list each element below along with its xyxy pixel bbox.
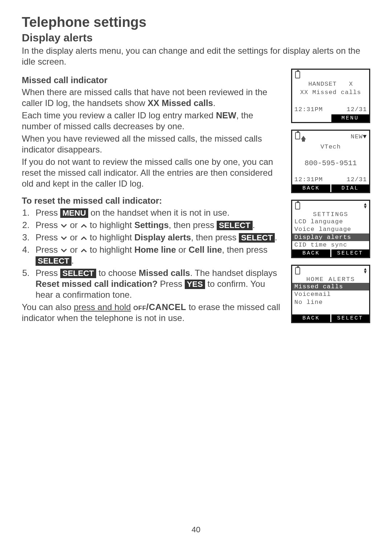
step-1: Press MENU on the handset when it is not… xyxy=(32,207,284,218)
battery-icon xyxy=(295,267,300,274)
step-2: Press or to highlight Settings, then pre… xyxy=(32,220,284,231)
menu-item: Voice language xyxy=(292,225,369,233)
section-title: Display alerts xyxy=(22,32,370,44)
softkey-right: SELECT xyxy=(330,314,369,322)
chevron-down-icon xyxy=(60,248,68,253)
menu-item-highlighted: Display alerts xyxy=(292,233,369,241)
select-badge: SELECT xyxy=(239,233,275,243)
home-icon xyxy=(301,136,306,139)
softkey-left: BACK xyxy=(292,314,330,322)
up-down-icon: ▲▼ xyxy=(364,268,367,274)
chevron-up-icon xyxy=(80,248,87,253)
select-badge: SELECT xyxy=(36,256,72,266)
step-3: Press or to highlight Display alerts, th… xyxy=(32,232,284,243)
chevron-up-icon xyxy=(80,236,87,241)
lcd-screen-settings: ▲▼ SETTINGS LCD language Voice language … xyxy=(291,200,370,258)
lcd-screen-idle: HANDSET X XX Missed calls 12:31PM12/31 .… xyxy=(291,69,370,123)
subsection-missed-call: Missed call indicator xyxy=(22,75,284,85)
note: You can also press and hold off/CANCEL t… xyxy=(22,302,284,324)
menu-item xyxy=(292,306,369,314)
menu-item: LCD language xyxy=(292,218,369,225)
chevron-up-icon xyxy=(80,223,87,228)
yes-badge: YES xyxy=(185,280,205,289)
page-title: Telephone settings xyxy=(22,15,370,30)
softkey-left: BACK xyxy=(292,249,330,257)
intro-paragraph: In the display alerts menu, you can chan… xyxy=(22,45,370,67)
up-down-icon: ▲▼ xyxy=(364,203,367,209)
step-5: Press SELECT to choose Missed calls. The… xyxy=(32,268,284,300)
subsection-reset: To reset the missed call indicator: xyxy=(22,196,284,206)
select-badge: SELECT xyxy=(217,221,253,230)
battery-icon xyxy=(295,71,300,78)
lcd-screen-home-alerts: ▲▼ HOME ALERTS Missed calls Voicemail No… xyxy=(291,265,370,323)
page-number: 40 xyxy=(0,525,392,534)
softkey-right: MENU xyxy=(330,114,369,122)
para-1: When there are missed calls that have no… xyxy=(22,87,284,109)
softkey-left: . xyxy=(292,114,330,122)
menu-item: Voicemail xyxy=(292,290,369,298)
softkey-right: DIAL xyxy=(330,184,369,192)
menu-badge: MENU xyxy=(60,208,88,218)
lcd-screen-callerid: NEW▼ VTech 800-595-9511 12:31PM12/31 BAC… xyxy=(291,130,370,193)
step-4: Press or to highlight Home line or Cell … xyxy=(32,244,284,266)
off-cancel-label: off/CANCEL xyxy=(133,302,186,312)
softkey-right: SELECT xyxy=(330,249,369,257)
down-arrow-icon: ▼ xyxy=(363,133,367,140)
steps-list: Press MENU on the handset when it is not… xyxy=(22,207,284,300)
menu-item-highlighted: Missed calls xyxy=(292,283,369,290)
select-badge: SELECT xyxy=(60,269,96,278)
para-3: When you have reviewed all the missed ca… xyxy=(22,133,284,155)
menu-item: No line xyxy=(292,298,369,306)
softkey-left: BACK xyxy=(292,184,330,192)
para-2: Each time you review a caller ID log ent… xyxy=(22,110,284,132)
chevron-down-icon xyxy=(60,223,68,228)
para-4: If you do not want to review the missed … xyxy=(22,156,284,189)
chevron-down-icon xyxy=(60,236,68,241)
battery-icon xyxy=(295,202,300,210)
menu-item: CID time sync xyxy=(292,241,369,249)
battery-icon xyxy=(295,132,300,139)
